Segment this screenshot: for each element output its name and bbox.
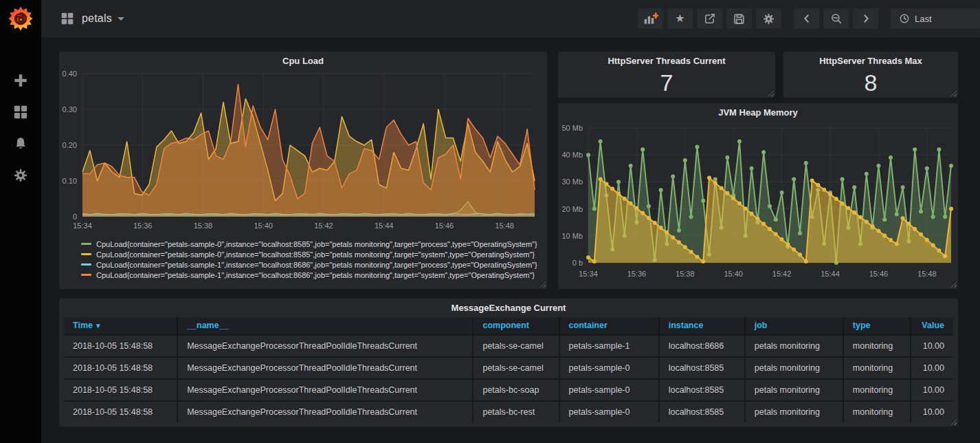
- panel-title[interactable]: HttpServer Threads Current: [558, 52, 775, 69]
- gear-icon: [13, 168, 28, 183]
- svg-text:15:42: 15:42: [314, 222, 333, 230]
- svg-text:15:44: 15:44: [821, 270, 840, 278]
- svg-text:30 Mb: 30 Mb: [561, 177, 583, 186]
- table-cell: localhost:8585: [659, 357, 745, 379]
- table-row: 2018-10-05 15:48:58MessageExchangeProces…: [64, 401, 953, 422]
- table-header-component[interactable]: component: [473, 317, 559, 335]
- table-header-row: Time▾__name__componentcontainerinstancej…: [64, 317, 953, 335]
- table-cell: localhost:8585: [659, 379, 745, 401]
- plus-icon: [13, 73, 28, 88]
- panel-cpu-load: Cpu Load 00.100.200.300.4015:3415:3615:3…: [59, 52, 547, 289]
- table-cell: 10.00: [911, 335, 953, 357]
- table-header-instance[interactable]: instance: [659, 317, 745, 335]
- panel-message-exchange: MessageExchange Current Time▾__name__com…: [59, 299, 958, 426]
- table-cell: petals-bc-rest: [473, 401, 559, 422]
- grafana-flame-icon: [7, 4, 34, 33]
- time-forward-button[interactable]: [853, 8, 878, 29]
- sidebar-item-configuration[interactable]: [0, 160, 41, 191]
- time-picker-button[interactable]: Last: [891, 8, 980, 29]
- table-cell: petals-sample-1: [559, 335, 659, 357]
- svg-text:20 Mb: 20 Mb: [561, 205, 583, 213]
- save-dashboard-button[interactable]: [726, 8, 752, 29]
- chevron-down-icon: [118, 17, 124, 21]
- table-header-container[interactable]: container: [559, 317, 659, 335]
- table-container: Time▾__name__componentcontainerinstancej…: [59, 316, 958, 422]
- gear-icon: [762, 12, 775, 25]
- sidebar-item-alerting[interactable]: [0, 128, 41, 160]
- svg-text:15:36: 15:36: [133, 222, 153, 230]
- panel-resize-handle[interactable]: [539, 281, 546, 288]
- panel-title[interactable]: MessageExchange Current: [59, 299, 958, 316]
- dashboard-title[interactable]: petals: [82, 12, 124, 25]
- panel-title[interactable]: JVM Heap Memory: [558, 103, 958, 121]
- legend-label[interactable]: CpuLoad{container="petals-sample-0",inst…: [96, 240, 537, 248]
- dashboard-settings-button[interactable]: [756, 8, 781, 29]
- stat-value: 8: [783, 69, 958, 96]
- sidebar-menu: [0, 65, 41, 191]
- table-cell: petals monitoring: [745, 335, 843, 357]
- cpu-load-chart[interactable]: 00.100.200.300.4015:3415:3615:3815:4015:…: [59, 69, 547, 236]
- table-header-name[interactable]: __name__: [177, 317, 473, 335]
- table-header-type[interactable]: type: [843, 317, 911, 335]
- svg-text:15:44: 15:44: [375, 222, 394, 230]
- legend-label[interactable]: CpuLoad{container="petals-sample-1",inst…: [96, 261, 537, 269]
- star-icon: ★: [675, 13, 684, 24]
- grafana-dashboard: petals ★: [0, 0, 980, 443]
- add-panel-icon: [643, 12, 658, 25]
- table-cell: petals-sample-0: [559, 379, 659, 401]
- svg-text:50 Mb: 50 Mb: [561, 124, 583, 132]
- panel-title[interactable]: HttpServer Threads Max: [783, 52, 958, 69]
- time-picker-label: Last: [915, 14, 932, 24]
- table-header-job[interactable]: job: [745, 317, 843, 335]
- star-dashboard-button[interactable]: ★: [667, 8, 693, 29]
- table-cell: petals monitoring: [745, 401, 843, 422]
- svg-text:15:46: 15:46: [869, 270, 889, 278]
- table-header-Value[interactable]: Value: [911, 317, 953, 335]
- clock-icon: [899, 13, 910, 24]
- svg-text:15:48: 15:48: [917, 270, 937, 278]
- share-icon: [703, 12, 716, 25]
- time-back-button[interactable]: [794, 8, 819, 29]
- table-cell: petals-sample-0: [559, 357, 659, 379]
- svg-text:15:36: 15:36: [627, 270, 647, 278]
- legend-item[interactable]: CpuLoad{container="petals-sample-0",inst…: [81, 249, 547, 259]
- dashboard-picker[interactable]: petals: [41, 12, 124, 25]
- legend-item[interactable]: CpuLoad{container="petals-sample-1",inst…: [81, 270, 547, 280]
- table-row: 2018-10-05 15:48:58MessageExchangeProces…: [64, 335, 953, 357]
- legend-color-dash: [81, 243, 91, 245]
- bell-icon: [13, 136, 28, 151]
- dashboard-grid-icon: [60, 12, 74, 25]
- chevron-left-icon: [801, 13, 812, 24]
- table-cell: petals-sample-0: [559, 401, 659, 422]
- chevron-right-icon: [860, 13, 871, 24]
- grafana-logo[interactable]: [0, 0, 41, 37]
- table-header-Time[interactable]: Time▾: [64, 317, 177, 335]
- share-dashboard-button[interactable]: [697, 8, 722, 29]
- sidebar-item-create[interactable]: [0, 65, 41, 96]
- legend-color-dash: [81, 253, 91, 255]
- svg-text:0.30: 0.30: [63, 105, 77, 114]
- legend-label[interactable]: CpuLoad{container="petals-sample-1",inst…: [96, 271, 535, 279]
- table-cell: 2018-10-05 15:48:58: [64, 401, 177, 422]
- table-cell: 10.00: [911, 357, 953, 379]
- jvm-heap-chart[interactable]: 0 b10 Mb20 Mb30 Mb40 Mb50 Mb15:3415:3615…: [558, 121, 958, 286]
- legend-label[interactable]: CpuLoad{container="petals-sample-0",inst…: [96, 250, 535, 259]
- table-cell: 10.00: [911, 379, 953, 401]
- zoom-out-icon: [830, 12, 843, 25]
- svg-text:0.20: 0.20: [63, 141, 77, 149]
- save-icon: [733, 12, 746, 25]
- legend-item[interactable]: CpuLoad{container="petals-sample-1",inst…: [81, 259, 547, 270]
- panel-title[interactable]: Cpu Load: [59, 52, 547, 69]
- svg-text:15:40: 15:40: [724, 270, 743, 278]
- svg-text:0.40: 0.40: [63, 69, 77, 78]
- zoom-out-button[interactable]: [823, 8, 849, 29]
- svg-text:15:34: 15:34: [73, 222, 92, 230]
- table-cell: localhost:8585: [659, 401, 745, 422]
- table-cell: petals-se-camel: [473, 357, 559, 379]
- legend-item[interactable]: CpuLoad{container="petals-sample-0",inst…: [81, 239, 547, 249]
- table-cell: localhost:8686: [659, 335, 745, 357]
- add-panel-button[interactable]: [638, 8, 663, 29]
- table-cell: MessageExchangeProcessorThreadPoolIdleTh…: [177, 379, 473, 401]
- sidebar-item-dashboards[interactable]: [0, 96, 41, 128]
- sort-caret-icon: ▾: [96, 321, 100, 329]
